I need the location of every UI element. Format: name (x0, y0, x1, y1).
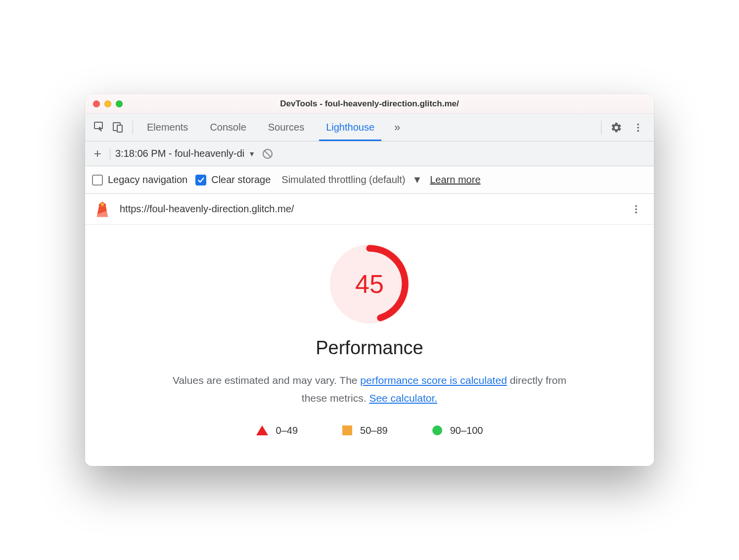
learn-more-link[interactable]: Learn more (430, 174, 480, 186)
performance-title: Performance (100, 337, 639, 359)
report-url: https://foul-heavenly-direction.glitch.m… (120, 203, 294, 215)
close-window-button[interactable] (93, 100, 100, 107)
svg-point-14 (635, 211, 637, 213)
tabstrip-left (88, 121, 130, 135)
report-selector[interactable]: 3:18:06 PM - foul-heavenly-di ▼ (115, 148, 255, 159)
settings-button[interactable] (606, 118, 626, 138)
throttling-selector[interactable]: Simulated throttling (default) ▼ (281, 174, 422, 186)
legend-average-label: 50–89 (360, 425, 388, 436)
legacy-navigation-option[interactable]: Legacy navigation (92, 174, 187, 186)
score-calc-link[interactable]: performance score is calculated (360, 374, 507, 386)
legacy-navigation-checkbox[interactable] (92, 175, 103, 186)
window-title: DevTools - foul-heavenly-direction.glitc… (85, 99, 654, 109)
clear-storage-checkbox[interactable] (195, 175, 206, 186)
legacy-navigation-label: Legacy navigation (108, 174, 187, 186)
tabstrip-right (598, 118, 651, 138)
divider (110, 147, 110, 160)
new-report-button[interactable]: + (90, 146, 105, 161)
performance-score: 45 (330, 244, 409, 324)
score-legend: 0–49 50–89 90–100 (100, 425, 639, 436)
tab-sources[interactable]: Sources (257, 114, 315, 141)
svg-point-12 (635, 205, 637, 207)
clear-storage-label: Clear storage (211, 174, 271, 186)
square-icon (342, 425, 352, 435)
tab-elements[interactable]: Elements (136, 114, 199, 141)
performance-gauge: 45 (330, 244, 409, 324)
legend-pass: 90–100 (432, 425, 483, 436)
svg-rect-0 (94, 122, 102, 129)
svg-point-5 (637, 130, 639, 132)
performance-section: 45 Performance Values are estimated and … (85, 225, 654, 466)
maximize-window-button[interactable] (116, 100, 123, 107)
chevron-down-icon: ▼ (412, 174, 422, 186)
titlebar: DevTools - foul-heavenly-direction.glitc… (85, 94, 654, 114)
more-tabs-button[interactable]: » (385, 121, 409, 134)
divider (133, 121, 133, 135)
tab-lighthouse[interactable]: Lighthouse (315, 114, 385, 141)
report-selector-label: 3:18:06 PM - foul-heavenly-di (115, 148, 244, 159)
device-toolbar-icon[interactable] (112, 121, 124, 135)
devtools-window: DevTools - foul-heavenly-direction.glitc… (85, 94, 654, 466)
svg-line-7 (265, 151, 271, 157)
performance-description: Values are estimated and may vary. The p… (159, 372, 580, 407)
kebab-menu-button[interactable] (628, 118, 648, 138)
svg-point-4 (637, 127, 639, 129)
report-header: https://foul-heavenly-direction.glitch.m… (85, 194, 654, 225)
chevron-down-icon: ▼ (248, 150, 255, 158)
clear-reports-button[interactable] (260, 146, 275, 161)
svg-rect-2 (117, 125, 122, 132)
panel-tabs: Elements Console Sources Lighthouse (136, 114, 385, 141)
minimize-window-button[interactable] (104, 100, 111, 107)
report-menu-button[interactable] (627, 200, 645, 218)
legend-fail: 0–49 (256, 425, 298, 436)
svg-point-13 (635, 208, 637, 210)
inspect-element-icon[interactable] (93, 121, 105, 135)
legend-average: 50–89 (342, 425, 388, 436)
window-controls (85, 100, 123, 107)
svg-rect-9 (101, 203, 104, 206)
lighthouse-icon (94, 201, 111, 218)
lighthouse-options: Legacy navigation Clear storage Simulate… (85, 166, 654, 194)
tab-console[interactable]: Console (199, 114, 257, 141)
throttling-label: Simulated throttling (default) (281, 174, 405, 186)
devtools-tabstrip: Elements Console Sources Lighthouse » (85, 114, 654, 141)
desc-text: Values are estimated and may vary. The (173, 374, 360, 386)
legend-pass-label: 90–100 (450, 425, 483, 436)
svg-point-3 (637, 124, 639, 126)
clear-storage-option[interactable]: Clear storage (195, 174, 271, 186)
circle-icon (432, 425, 442, 435)
triangle-icon (256, 425, 268, 435)
lighthouse-toolbar: + 3:18:06 PM - foul-heavenly-di ▼ (85, 141, 654, 166)
see-calculator-link[interactable]: See calculator. (369, 392, 437, 404)
legend-fail-label: 0–49 (276, 425, 298, 436)
divider (601, 121, 601, 135)
